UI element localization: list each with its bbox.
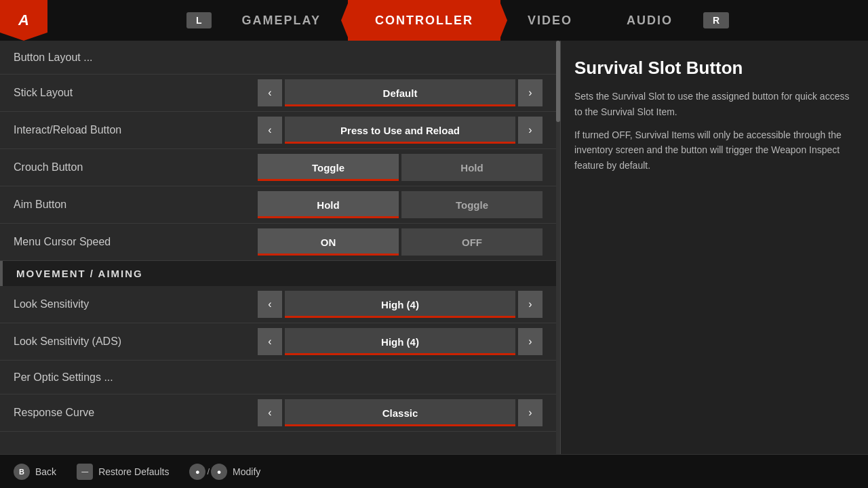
- interact-reload-right-arrow[interactable]: ›: [518, 117, 542, 144]
- look-sensitivity-ads-control: ‹ High (4) ›: [258, 328, 542, 355]
- interact-reload-value: Press to Use and Reload: [285, 117, 515, 144]
- back-btn-icon: B: [14, 464, 30, 480]
- right-panel: Survival Slot Button Sets the Survival S…: [560, 41, 868, 454]
- modify-icons: ● / ●: [189, 464, 227, 480]
- cursor-speed-toggle-group: ON OFF: [258, 228, 542, 256]
- aim-label: Aim Button: [14, 199, 258, 211]
- movement-aiming-header: MOVEMENT / AIMING: [0, 261, 556, 286]
- tab-controller[interactable]: CONTROLLER: [348, 0, 500, 41]
- scroll-indicator: [556, 41, 560, 454]
- top-nav: A L GAMEPLAY CONTROLLER VIDEO AUDIO R: [0, 0, 868, 41]
- back-label: Back: [35, 466, 56, 477]
- setting-row-interact-reload: Interact/Reload Button ‹ Press to Use an…: [0, 112, 556, 149]
- left-panel: Button Layout ... Stick Layout ‹ Default…: [0, 41, 556, 454]
- aim-toggle-group: Hold Toggle: [258, 191, 542, 218]
- info-title: Survival Slot Button: [574, 58, 854, 79]
- look-sensitivity-ads-left-arrow[interactable]: ‹: [258, 328, 282, 355]
- look-sensitivity-label: Look Sensitivity: [14, 298, 258, 310]
- response-curve-value: Classic: [285, 399, 515, 426]
- modify-action[interactable]: ● / ● Modify: [189, 464, 260, 480]
- per-optic-settings-row[interactable]: Per Optic Settings ...: [0, 361, 556, 394]
- interact-reload-label: Interact/Reload Button: [14, 124, 258, 136]
- setting-row-response-curve: Response Curve ‹ Classic ›: [0, 394, 556, 432]
- modify-label: Modify: [233, 466, 260, 477]
- stick-layout-left-arrow[interactable]: ‹: [258, 79, 282, 106]
- per-optic-settings-label: Per Optic Settings ...: [14, 371, 113, 384]
- tab-video[interactable]: VIDEO: [500, 0, 599, 41]
- left-bumper: L: [186, 12, 212, 28]
- setting-row-crouch: Crouch Button Toggle Hold: [0, 149, 556, 186]
- stick-layout-control: ‹ Default ›: [258, 79, 542, 106]
- main-content: Button Layout ... Stick Layout ‹ Default…: [0, 41, 868, 454]
- tab-audio[interactable]: AUDIO: [599, 0, 700, 41]
- interact-reload-control: ‹ Press to Use and Reload ›: [258, 117, 542, 144]
- stick-layout-value: Default: [285, 79, 515, 106]
- look-sensitivity-ads-label: Look Sensitivity (ADS): [14, 336, 258, 348]
- crouch-toggle-group: Toggle Hold: [258, 154, 542, 181]
- look-sensitivity-ads-value: High (4): [285, 328, 515, 355]
- back-action[interactable]: B Back: [14, 464, 56, 480]
- restore-btn-icon: —: [77, 464, 93, 480]
- crouch-toggle-0[interactable]: Toggle: [258, 154, 399, 181]
- response-curve-left-arrow[interactable]: ‹: [258, 399, 282, 426]
- look-sensitivity-right-arrow[interactable]: ›: [518, 291, 542, 318]
- setting-row-cursor-speed: Menu Cursor Speed ON OFF: [0, 224, 556, 261]
- setting-row-look-sensitivity-ads: Look Sensitivity (ADS) ‹ High (4) ›: [0, 323, 556, 361]
- look-sensitivity-ads-right-arrow[interactable]: ›: [518, 328, 542, 355]
- aim-toggle-1[interactable]: Toggle: [401, 191, 542, 218]
- stick-layout-right-arrow[interactable]: ›: [518, 79, 542, 106]
- response-curve-label: Response Curve: [14, 407, 258, 419]
- cursor-speed-control: ON OFF: [258, 228, 542, 256]
- cursor-speed-on[interactable]: ON: [258, 228, 399, 256]
- scroll-thumb[interactable]: [556, 41, 560, 122]
- crouch-label: Crouch Button: [14, 161, 258, 174]
- tab-gameplay[interactable]: GAMEPLAY: [215, 0, 348, 41]
- response-curve-right-arrow[interactable]: ›: [518, 399, 542, 426]
- nav-tabs: L GAMEPLAY CONTROLLER VIDEO AUDIO R: [47, 0, 868, 41]
- logo-text: A: [18, 12, 29, 29]
- info-desc-1: Sets the Survival Slot to use the assign…: [574, 89, 854, 119]
- aim-toggle-0[interactable]: Hold: [258, 191, 399, 218]
- setting-row-stick-layout: Stick Layout ‹ Default ›: [0, 75, 556, 112]
- crouch-control: Toggle Hold: [258, 154, 542, 181]
- response-curve-control: ‹ Classic ›: [258, 399, 542, 426]
- button-layout-label: Button Layout ...: [14, 52, 93, 64]
- button-layout-row[interactable]: Button Layout ...: [0, 41, 556, 75]
- look-sensitivity-value: High (4): [285, 291, 515, 318]
- interact-reload-left-arrow[interactable]: ‹: [258, 117, 282, 144]
- bottom-bar: B Back — Restore Defaults ● / ● Modify: [0, 454, 868, 488]
- info-desc-2: If turned OFF, Survival Items will only …: [574, 127, 854, 173]
- setting-row-aim: Aim Button Hold Toggle: [0, 186, 556, 224]
- right-bumper: R: [703, 12, 729, 28]
- look-sensitivity-left-arrow[interactable]: ‹: [258, 291, 282, 318]
- cursor-speed-label: Menu Cursor Speed: [14, 236, 258, 248]
- cursor-speed-off[interactable]: OFF: [401, 228, 542, 256]
- apex-logo: A: [0, 0, 47, 41]
- crouch-toggle-1[interactable]: Hold: [401, 154, 542, 181]
- look-sensitivity-control: ‹ High (4) ›: [258, 291, 542, 318]
- modify-btn-icon-right: ●: [211, 464, 227, 480]
- aim-control: Hold Toggle: [258, 191, 542, 218]
- modify-btn-icon-left: ●: [189, 464, 205, 480]
- stick-layout-label: Stick Layout: [14, 87, 258, 99]
- restore-label: Restore Defaults: [98, 466, 169, 477]
- restore-action[interactable]: — Restore Defaults: [77, 464, 169, 480]
- setting-row-look-sensitivity: Look Sensitivity ‹ High (4) ›: [0, 286, 556, 323]
